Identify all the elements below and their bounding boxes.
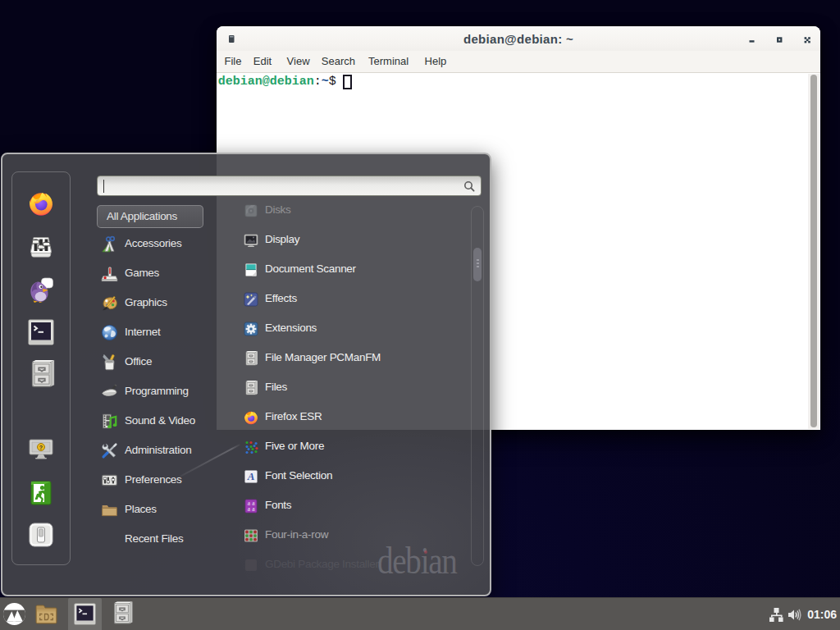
svg-text:A: A bbox=[247, 470, 255, 482]
svg-text:?: ? bbox=[39, 445, 43, 450]
